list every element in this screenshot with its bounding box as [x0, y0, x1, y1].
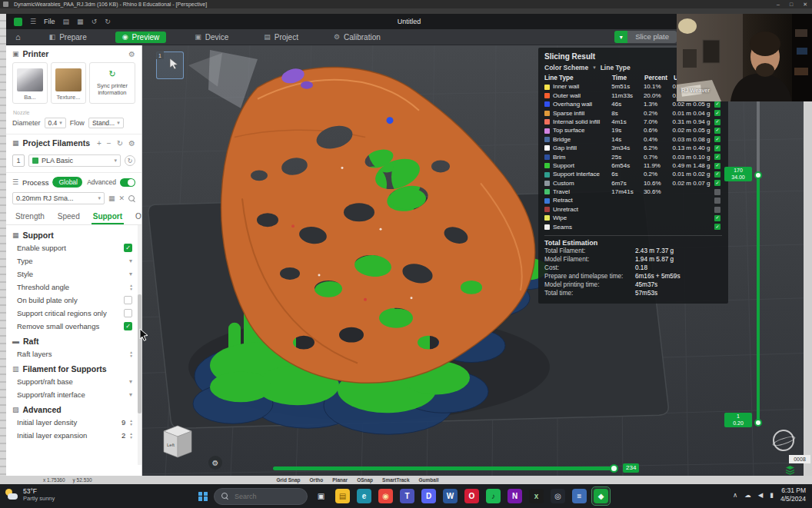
notepad-icon[interactable]: ≡ [571, 487, 588, 505]
layer-slider-bottom-handle[interactable] [754, 419, 762, 427]
line-type-row-custom[interactable]: Custom6m7s10.6%0.02 m 0.07 g✓ [544, 179, 722, 188]
add-filament-button[interactable]: + [97, 139, 102, 148]
line-type-row-brim[interactable]: Brim25s0.7%0.03 m 0.10 g✓ [544, 153, 722, 161]
retract-visibility-checkbox[interactable] [714, 198, 720, 204]
file-explorer-icon[interactable]: ▤ [334, 487, 351, 505]
flow-select[interactable]: Stand... ▾ [88, 118, 124, 128]
search-input[interactable] [233, 492, 293, 501]
process-scope-toggle[interactable]: Global Objects [52, 177, 82, 188]
scrollbar-thumb[interactable] [138, 294, 141, 413]
line-type-row-support[interactable]: Support6m54s11.9%0.49 m 1.48 g✓ [544, 161, 722, 170]
line-type-row-internal-solid-infill[interactable]: Internal solid infill4m1s7.0%0.31 m 0.94… [544, 118, 722, 126]
overhang-wall-visibility-checkbox[interactable]: ✓ [714, 101, 720, 108]
setting-style[interactable]: Style▾ [6, 267, 141, 281]
teams-icon[interactable]: T [398, 487, 416, 505]
settings-tab-support[interactable]: Support [92, 211, 124, 224]
seams-visibility-checkbox[interactable]: ✓ [714, 224, 720, 230]
diameter-select[interactable]: 0.4 ▾ [45, 118, 66, 128]
setting-threshold-angle[interactable]: Threshold angle▴▾ [6, 281, 141, 294]
taskbar-search[interactable] [214, 488, 308, 505]
onenote-icon[interactable]: N [506, 487, 524, 505]
setting-raft-layers[interactable]: Raft layers▴▾ [6, 347, 141, 360]
status-toggle-grid-snap[interactable]: Grid Snap [277, 477, 301, 483]
filament-settings-gear-icon[interactable]: ⚙ [128, 139, 135, 148]
slice-plate-button[interactable]: ▾ Slice plate [614, 31, 677, 43]
tab-device[interactable]: ▣Device [188, 32, 235, 43]
hamburger-icon[interactable]: ☰ [30, 18, 36, 25]
initial-layer-expansion-spinner[interactable]: ▴▾ [130, 432, 132, 439]
custom-visibility-checkbox[interactable]: ✓ [714, 180, 720, 186]
filament-refresh-button[interactable]: ↻ [125, 155, 135, 166]
plate-select-dropdown[interactable]: ▾ [614, 31, 627, 43]
word-icon[interactable]: W [441, 487, 459, 505]
volume-icon[interactable]: ◀ [758, 491, 764, 499]
setting-initial-layer-expansion[interactable]: Initial layer expansion2▴▾ [6, 429, 141, 442]
line-type-row-top-surface[interactable]: Top surface19s0.6%0.02 m 0.05 g✓ [544, 126, 722, 134]
discord-icon[interactable]: D [420, 487, 438, 505]
line-type-row-seams[interactable]: Seams✓ [544, 223, 722, 231]
remove-filament-button[interactable]: − [107, 139, 111, 148]
line-type-row-unretract[interactable]: Unretract [544, 205, 722, 214]
line-type-row-retract[interactable]: Retract [544, 196, 722, 204]
line-type-row-travel[interactable]: Travel17m41s30.6% [544, 188, 722, 196]
printer-settings-gear-icon[interactable]: ⚙ [128, 50, 135, 58]
process-preset-select[interactable]: 0.20mm RJ Sma... ▾ [12, 192, 105, 204]
line-type-row-sparse-infill[interactable]: Sparse infill8s0.2%0.01 m 0.04 g✓ [544, 109, 722, 118]
setting-support-raft-interface[interactable]: Support/raft interface▾ [6, 388, 141, 401]
line-type-row-wipe[interactable]: Wipe✓ [544, 214, 722, 222]
chrome-icon[interactable]: ◉ [377, 487, 394, 505]
enable-support-checkbox[interactable]: ✓ [124, 244, 132, 252]
onedrive-icon[interactable]: ☁ [744, 491, 751, 499]
status-toggle-gumball[interactable]: Gumball [419, 477, 439, 483]
status-toggle-ortho[interactable]: Ortho [310, 477, 324, 483]
travel-visibility-checkbox[interactable] [714, 189, 720, 195]
top-surface-visibility-checkbox[interactable]: ✓ [714, 128, 720, 134]
weather-widget[interactable]: 53°F Partly sunny [5, 487, 55, 502]
setting-type[interactable]: Type▾ [6, 254, 141, 267]
open-icon[interactable]: ▤ [63, 18, 70, 25]
setting-initial-layer-density[interactable]: Initial layer density9▴▾ [6, 416, 141, 429]
support-visibility-checkbox[interactable]: ✓ [714, 163, 720, 169]
nav-cube[interactable]: Left [158, 423, 193, 462]
settings-tab-speed[interactable]: Speed [56, 211, 82, 224]
raft-layers-spinner[interactable]: ▴▾ [130, 350, 132, 357]
sync-filament-icon[interactable]: ↻ [117, 139, 123, 148]
wipe-visibility-checkbox[interactable]: ✓ [714, 215, 720, 221]
home-icon[interactable]: ⌂ [15, 32, 21, 42]
undo-icon[interactable]: ↺ [92, 18, 98, 25]
build-plate-card[interactable]: Texture... [51, 62, 86, 104]
save-preset-icon[interactable]: ▦ [108, 194, 115, 202]
task-view-icon[interactable]: ▣ [312, 487, 330, 505]
xbox-icon[interactable]: x [527, 487, 545, 505]
remove-small-overhangs-checkbox[interactable]: ✓ [124, 322, 132, 330]
step-slider-handle[interactable] [610, 464, 618, 473]
unretract-visibility-checkbox[interactable] [714, 207, 720, 213]
delete-preset-icon[interactable]: ✕ [118, 194, 125, 202]
obs-icon[interactable]: ◎ [549, 487, 567, 505]
plate-marker[interactable]: 1 [156, 51, 184, 79]
status-toggle-smarttrack[interactable]: SmartTrack [382, 477, 409, 483]
line-type-row-gap-infill[interactable]: Gap infill3m34s6.2%0.13 m 0.40 g✓ [544, 144, 722, 152]
maximize-button[interactable]: □ [790, 0, 793, 8]
support-critical-regions-only-checkbox[interactable] [124, 309, 132, 317]
edge-icon[interactable]: e [355, 487, 373, 505]
setting-on-build-plate-only[interactable]: On build plate only [6, 294, 141, 307]
scope-global[interactable]: Global [52, 177, 82, 188]
battery-icon[interactable]: ▮ [770, 491, 774, 499]
layer-slider-top-handle[interactable] [754, 171, 762, 179]
support-interface-visibility-checkbox[interactable]: ✓ [714, 171, 720, 178]
start-button[interactable] [197, 490, 209, 503]
bambu-studio-icon[interactable]: ◆ [592, 487, 610, 505]
setting-remove-small-overhangs[interactable]: Remove small overhangs✓ [6, 320, 141, 333]
internal-solid-infill-visibility-checkbox[interactable]: ✓ [714, 119, 720, 125]
on-build-plate-only-checkbox[interactable] [124, 296, 132, 304]
viewport-settings-button[interactable]: ⚙ [208, 456, 222, 470]
tab-preview[interactable]: ◉Preview [115, 32, 166, 43]
clock[interactable]: 6:31 PM 4/5/2024 [780, 486, 806, 503]
search-preset-icon[interactable] [128, 195, 135, 202]
status-toggle-planar[interactable]: Planar [332, 477, 348, 483]
brim-visibility-checkbox[interactable]: ✓ [714, 154, 720, 160]
save-icon[interactable]: ▦ [77, 18, 84, 25]
step-slider[interactable]: 234 [273, 466, 615, 470]
filament-slot[interactable]: 1 [12, 154, 25, 167]
